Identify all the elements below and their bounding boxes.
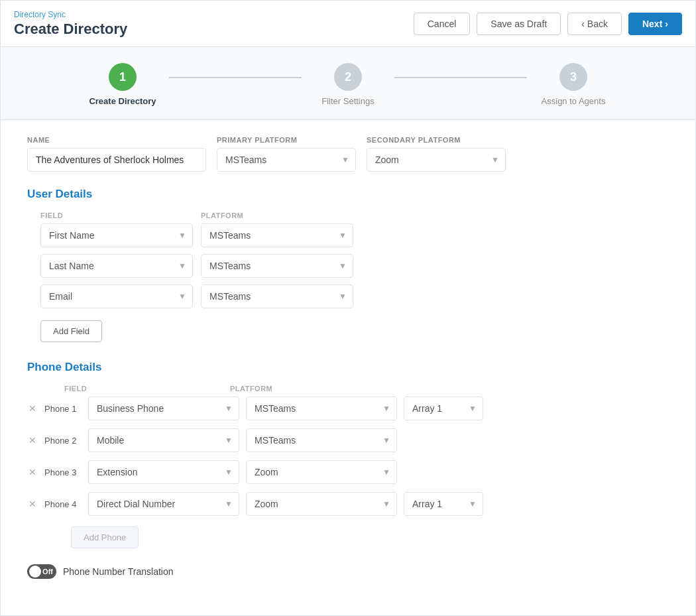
phone-details-header: FIELD PLATFORM	[27, 385, 669, 393]
save-draft-button[interactable]: Save as Draft	[477, 13, 561, 35]
chevron-left-icon: ‹	[581, 19, 585, 29]
stepper-section: 1 Create Directory 2 Filter Settings 3 A…	[1, 47, 695, 120]
remove-phone-icon-3[interactable]: ✕	[27, 499, 38, 509]
toggle-off-label: Off	[42, 568, 53, 576]
phone-platform-select-1[interactable]: MSTeams MSTeams Zoom	[246, 428, 397, 452]
array-select-wrap-0: Array 1 Array 1 Array 2 ▼	[404, 397, 483, 420]
phone-platform-wrap-0: MSTeams MSTeams Zoom ▼	[246, 397, 397, 420]
phone-rows-container: ✕ Phone 1 Business Phone Business Phone …	[27, 397, 669, 516]
primary-platform-select-wrap: MSTeams Zoom ▼	[217, 148, 356, 172]
array-select-3[interactable]: Array 1 Array 1 Array 2	[404, 492, 483, 516]
secondary-platform-select-wrap: Zoom MSTeams ▼	[367, 148, 506, 172]
array-select-wrap-3: Array 1 Array 1 Array 2 ▼	[404, 492, 483, 516]
phone-row: ✕ Phone 2 Mobile Business Phone Mobile E…	[27, 428, 669, 452]
back-button[interactable]: ‹ Back	[567, 13, 622, 35]
user-platform-select-wrap-2: MSTeams MSTeams Zoom ▼	[201, 284, 353, 308]
user-field-select-0[interactable]: First Name First Name Last Name Email	[40, 223, 193, 247]
user-platform-select-0[interactable]: MSTeams MSTeams Zoom	[201, 223, 353, 247]
primary-platform-group: PRIMARY PLATFORM MSTeams Zoom ▼	[217, 136, 356, 172]
phone-id-label-0: Phone 1	[44, 404, 82, 414]
remove-phone-icon-1[interactable]: ✕	[27, 435, 38, 446]
secondary-platform-group: SECONDARY PLATFORM Zoom MSTeams ▼	[367, 136, 506, 172]
phone-field-wrap-1: Mobile Business Phone Mobile Extension D…	[88, 428, 239, 452]
user-platform-select-wrap-1: MSTeams MSTeams Zoom ▼	[201, 254, 353, 278]
phone-translation-row: Off Phone Number Translation	[27, 564, 669, 579]
phone-translation-label: Phone Number Translation	[63, 566, 174, 577]
remove-phone-icon-2[interactable]: ✕	[27, 467, 38, 477]
phone-platform-select-3[interactable]: Zoom MSTeams Zoom	[246, 492, 397, 516]
secondary-platform-label: SECONDARY PLATFORM	[367, 136, 506, 144]
phone-platform-select-0[interactable]: MSTeams MSTeams Zoom	[246, 397, 397, 420]
phone-field-select-2[interactable]: Extension Business Phone Mobile Extensio…	[88, 460, 239, 484]
toggle-knob	[29, 566, 41, 578]
step-1: 1 Create Directory	[76, 63, 169, 106]
user-platform-col-header: PLATFORM	[201, 212, 353, 219]
user-field-col-header: FIELD	[40, 212, 193, 219]
phone-id-label-1: Phone 2	[44, 436, 82, 446]
name-group: NAME	[27, 136, 206, 172]
phone-translation-toggle[interactable]: Off	[27, 564, 56, 579]
user-rows-container: First Name First Name Last Name Email ▼ …	[27, 223, 669, 308]
phone-row: ✕ Phone 1 Business Phone Business Phone …	[27, 397, 669, 420]
connector-2-3	[394, 77, 527, 78]
add-field-button[interactable]: Add Field	[40, 320, 102, 342]
primary-platform-select[interactable]: MSTeams Zoom	[217, 148, 356, 172]
phone-platform-wrap-2: Zoom MSTeams Zoom ▼	[246, 460, 397, 484]
step-2-label: Filter Settings	[302, 96, 394, 106]
phone-row: ✕ Phone 4 Direct Dial Number Business Ph…	[27, 492, 669, 516]
user-platform-select-wrap-0: MSTeams MSTeams Zoom ▼	[201, 223, 353, 247]
breadcrumb: Directory Sync	[14, 10, 127, 19]
secondary-platform-select[interactable]: Zoom MSTeams	[367, 148, 506, 172]
phone-platform-wrap-1: MSTeams MSTeams Zoom ▼	[246, 428, 397, 452]
user-platform-select-2[interactable]: MSTeams MSTeams Zoom	[201, 284, 353, 308]
chevron-right-icon: ›	[665, 19, 668, 29]
phone-field-select-1[interactable]: Mobile Business Phone Mobile Extension D…	[88, 428, 239, 452]
add-phone-button[interactable]: Add Phone	[71, 526, 139, 548]
step-3-circle: 3	[559, 63, 587, 91]
step-1-label: Create Directory	[76, 96, 169, 106]
step-1-circle: 1	[109, 63, 137, 91]
user-details-header: FIELD PLATFORM	[27, 212, 669, 219]
name-input[interactable]	[27, 148, 206, 172]
page-title: Create Directory	[14, 21, 127, 38]
step-3-label: Assign to Agents	[527, 96, 620, 106]
step-2: 2 Filter Settings	[302, 63, 394, 106]
remove-phone-icon-0[interactable]: ✕	[27, 403, 38, 414]
phone-id-label-2: Phone 3	[44, 467, 82, 477]
header-actions: Cancel Save as Draft ‹ Back Next ›	[414, 13, 682, 35]
user-row: Email First Name Last Name Email ▼ MSTea…	[40, 284, 669, 308]
name-label: NAME	[27, 136, 206, 144]
phone-platform-select-2[interactable]: Zoom MSTeams Zoom	[246, 460, 397, 484]
user-platform-select-1[interactable]: MSTeams MSTeams Zoom	[201, 254, 353, 278]
phone-platform-wrap-3: Zoom MSTeams Zoom ▼	[246, 492, 397, 516]
user-details-title: User Details	[27, 188, 669, 201]
user-row: Last Name First Name Last Name Email ▼ M…	[40, 254, 669, 278]
user-row: First Name First Name Last Name Email ▼ …	[40, 223, 669, 247]
phone-platform-col-header: PLATFORM	[230, 385, 388, 393]
phone-field-col-header: FIELD	[64, 385, 222, 393]
directory-info-row: NAME PRIMARY PLATFORM MSTeams Zoom ▼ SEC…	[27, 136, 669, 172]
user-field-select-2[interactable]: Email First Name Last Name Email	[40, 284, 193, 308]
phone-id-label-3: Phone 4	[44, 499, 82, 509]
phone-field-select-0[interactable]: Business Phone Business Phone Mobile Ext…	[88, 397, 239, 420]
phone-field-select-3[interactable]: Direct Dial Number Business Phone Mobile…	[88, 492, 239, 516]
step-2-circle: 2	[334, 63, 362, 91]
user-field-select-wrap-2: Email First Name Last Name Email ▼	[40, 284, 193, 308]
phone-row: ✕ Phone 3 Extension Business Phone Mobil…	[27, 460, 669, 484]
phone-field-wrap-2: Extension Business Phone Mobile Extensio…	[88, 460, 239, 484]
primary-platform-label: PRIMARY PLATFORM	[217, 136, 356, 144]
user-field-select-wrap-1: Last Name First Name Last Name Email ▼	[40, 254, 193, 278]
user-field-select-1[interactable]: Last Name First Name Last Name Email	[40, 254, 193, 278]
phone-field-wrap-0: Business Phone Business Phone Mobile Ext…	[88, 397, 239, 420]
connector-1-2	[169, 77, 302, 78]
phone-field-wrap-3: Direct Dial Number Business Phone Mobile…	[88, 492, 239, 516]
user-field-select-wrap-0: First Name First Name Last Name Email ▼	[40, 223, 193, 247]
step-3: 3 Assign to Agents	[527, 63, 620, 106]
array-select-0[interactable]: Array 1 Array 1 Array 2	[404, 397, 483, 420]
header-left: Directory Sync Create Directory	[14, 10, 127, 38]
cancel-button[interactable]: Cancel	[414, 13, 471, 35]
next-button[interactable]: Next ›	[628, 13, 682, 35]
phone-details-title: Phone Details	[27, 361, 669, 374]
